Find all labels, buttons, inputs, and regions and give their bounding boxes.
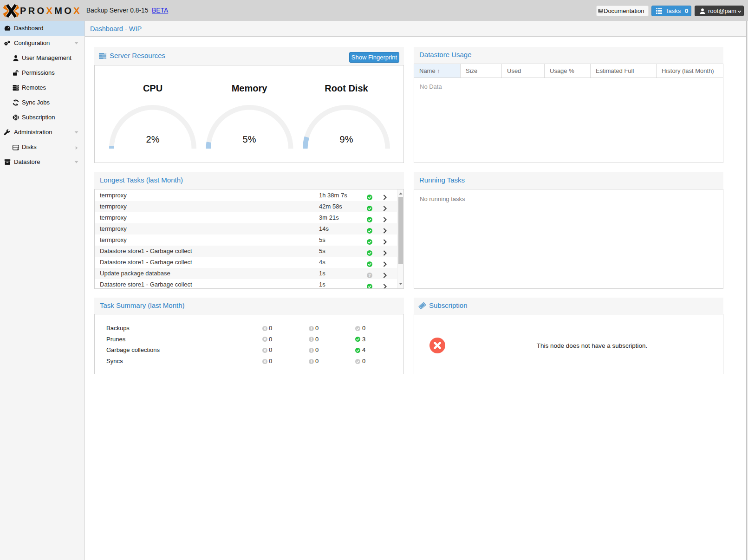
svg-text:PROXMOX: PROXMOX (20, 6, 82, 16)
svg-text:?: ? (368, 273, 371, 278)
